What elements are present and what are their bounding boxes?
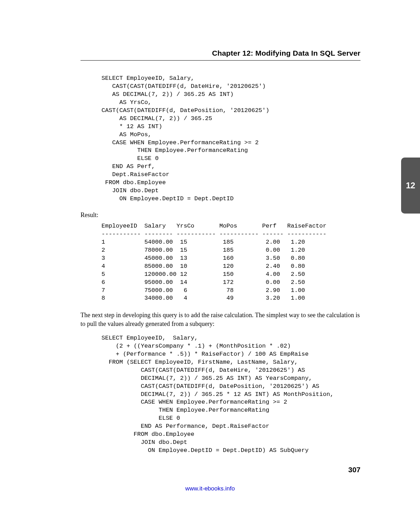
page: Chapter 12: Modifying Data In SQL Server… [0, 0, 420, 509]
footer-link: www.it-ebooks.info [0, 485, 420, 492]
code-block-2: SELECT EmployeeID, Salary, (2 + ((YearsC… [102, 334, 360, 455]
result-table: EmployeeID Salary YrsCo MoPos Perf Raise… [102, 222, 360, 302]
body-paragraph: The next step in developing this query i… [80, 311, 360, 328]
header-rule [80, 60, 360, 61]
chapter-header: Chapter 12: Modifying Data In SQL Server [80, 49, 360, 57]
chapter-tab: 12 [401, 158, 420, 214]
page-number: 307 [348, 466, 360, 474]
footer-link-anchor[interactable]: www.it-ebooks.info [185, 485, 235, 492]
result-label: Result: [80, 211, 360, 219]
code-block-1: SELECT EmployeeID, Salary, CAST(CAST(DAT… [102, 75, 360, 203]
